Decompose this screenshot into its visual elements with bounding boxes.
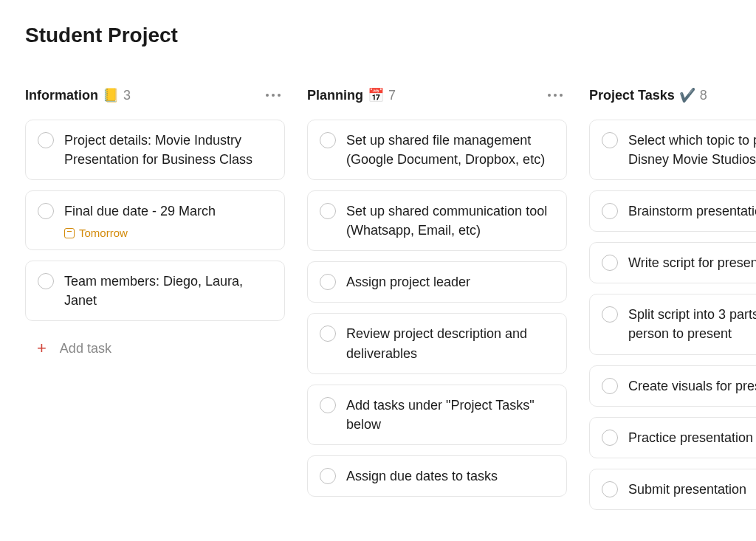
task-title: Add tasks under "Project Tasks" below bbox=[346, 396, 554, 434]
task-body: Final due date - 29 MarchTomorrow bbox=[64, 201, 216, 239]
column: Project Tasks✔️8Select which topic to pr… bbox=[589, 87, 756, 520]
column-header: Project Tasks✔️8 bbox=[589, 87, 756, 103]
task-body: Assign due dates to tasks bbox=[346, 466, 498, 486]
task-title: Set up shared file management (Google Do… bbox=[346, 131, 554, 169]
task-card[interactable]: Add tasks under "Project Tasks" below bbox=[307, 385, 567, 445]
task-body: Create visuals for presentation bbox=[628, 376, 756, 396]
task-card[interactable]: Brainstorm presentation ideas bbox=[589, 190, 756, 232]
task-checkbox[interactable] bbox=[320, 325, 336, 342]
task-title: Select which topic to present: Disney Mo… bbox=[628, 131, 756, 169]
task-body: Set up shared file management (Google Do… bbox=[346, 131, 554, 169]
column-header: Information📒3 bbox=[25, 87, 285, 103]
task-title: Team members: Diego, Laura, Janet bbox=[64, 272, 272, 310]
task-card[interactable]: Review project description and deliverab… bbox=[307, 313, 567, 373]
task-checkbox[interactable] bbox=[320, 203, 336, 219]
task-due: Tomorrow bbox=[64, 227, 216, 239]
task-card[interactable]: Set up shared communication tool (Whatsa… bbox=[307, 190, 567, 251]
add-task-label: Add task bbox=[60, 341, 111, 356]
more-menu-icon[interactable] bbox=[266, 94, 285, 97]
task-card[interactable]: Set up shared file management (Google Do… bbox=[307, 120, 567, 180]
task-card[interactable]: Assign project leader bbox=[307, 261, 567, 303]
task-due-label: Tomorrow bbox=[79, 227, 128, 239]
column-count: 7 bbox=[388, 88, 396, 103]
task-card[interactable]: Project details: Movie Industry Presenta… bbox=[25, 120, 285, 180]
board: Information📒3Project details: Movie Indu… bbox=[25, 87, 756, 520]
task-body: Submit presentation bbox=[628, 480, 746, 499]
column-emoji-icon: 📅 bbox=[368, 87, 384, 103]
task-title: Submit presentation bbox=[628, 480, 746, 499]
task-checkbox[interactable] bbox=[38, 203, 54, 219]
plus-icon: + bbox=[37, 340, 47, 356]
column-count: 8 bbox=[700, 88, 707, 103]
task-body: Assign project leader bbox=[346, 272, 470, 292]
page-title: Student Project bbox=[25, 24, 756, 47]
task-body: Project details: Movie Industry Presenta… bbox=[64, 131, 272, 169]
task-title: Project details: Movie Industry Presenta… bbox=[64, 131, 272, 169]
task-checkbox[interactable] bbox=[602, 203, 618, 219]
task-checkbox[interactable] bbox=[602, 378, 618, 394]
task-card[interactable]: Practice presentation bbox=[589, 417, 756, 458]
column-title: Information bbox=[25, 88, 98, 103]
task-body: Review project description and deliverab… bbox=[346, 324, 554, 362]
task-card[interactable]: Final due date - 29 MarchTomorrow bbox=[25, 190, 285, 250]
task-title: Final due date - 29 March bbox=[64, 201, 216, 221]
task-card[interactable]: Team members: Diego, Laura, Janet bbox=[25, 261, 285, 321]
task-title: Assign due dates to tasks bbox=[346, 466, 498, 486]
task-title: Set up shared communication tool (Whatsa… bbox=[346, 201, 554, 240]
calendar-icon bbox=[64, 228, 75, 238]
column-title: Planning bbox=[307, 88, 363, 103]
task-body: Write script for presentation bbox=[628, 253, 756, 272]
task-body: Add tasks under "Project Tasks" below bbox=[346, 396, 554, 434]
task-title: Review project description and deliverab… bbox=[346, 324, 554, 362]
task-card[interactable]: Select which topic to present: Disney Mo… bbox=[589, 120, 756, 180]
task-checkbox[interactable] bbox=[320, 397, 336, 413]
task-card[interactable]: Create visuals for presentation bbox=[589, 365, 756, 407]
task-title: Split script into 3 parts for each perso… bbox=[628, 305, 756, 343]
task-title: Brainstorm presentation ideas bbox=[628, 201, 756, 221]
task-body: Practice presentation bbox=[628, 428, 753, 447]
task-checkbox[interactable] bbox=[602, 481, 618, 497]
more-menu-icon[interactable] bbox=[548, 94, 567, 97]
task-title: Create visuals for presentation bbox=[628, 376, 756, 396]
task-checkbox[interactable] bbox=[320, 468, 336, 484]
task-checkbox[interactable] bbox=[602, 255, 618, 271]
task-title: Practice presentation bbox=[628, 428, 753, 447]
column-emoji-icon: ✔️ bbox=[679, 87, 695, 103]
column-count: 3 bbox=[123, 88, 131, 103]
task-body: Select which topic to present: Disney Mo… bbox=[628, 131, 756, 169]
task-card[interactable]: Assign due dates to tasks bbox=[307, 455, 567, 497]
column: Planning📅7Set up shared file management … bbox=[307, 87, 567, 520]
task-body: Brainstorm presentation ideas bbox=[628, 201, 756, 221]
task-card[interactable]: Split script into 3 parts for each perso… bbox=[589, 294, 756, 354]
task-body: Set up shared communication tool (Whatsa… bbox=[346, 201, 554, 240]
task-checkbox[interactable] bbox=[602, 306, 618, 323]
task-card[interactable]: Write script for presentation bbox=[589, 242, 756, 283]
task-card[interactable]: Submit presentation bbox=[589, 469, 756, 510]
add-task-button[interactable]: +Add task bbox=[25, 331, 285, 365]
task-checkbox[interactable] bbox=[602, 132, 618, 148]
column-title: Project Tasks bbox=[589, 88, 675, 103]
task-checkbox[interactable] bbox=[38, 132, 54, 148]
task-checkbox[interactable] bbox=[602, 430, 618, 446]
column-emoji-icon: 📒 bbox=[103, 87, 119, 103]
task-checkbox[interactable] bbox=[320, 274, 336, 290]
column-header: Planning📅7 bbox=[307, 87, 567, 103]
column: Information📒3Project details: Movie Indu… bbox=[25, 87, 285, 520]
task-checkbox[interactable] bbox=[38, 273, 54, 289]
task-title: Assign project leader bbox=[346, 272, 470, 292]
task-body: Split script into 3 parts for each perso… bbox=[628, 305, 756, 343]
task-checkbox[interactable] bbox=[320, 132, 336, 148]
task-body: Team members: Diego, Laura, Janet bbox=[64, 272, 272, 310]
task-title: Write script for presentation bbox=[628, 253, 756, 272]
